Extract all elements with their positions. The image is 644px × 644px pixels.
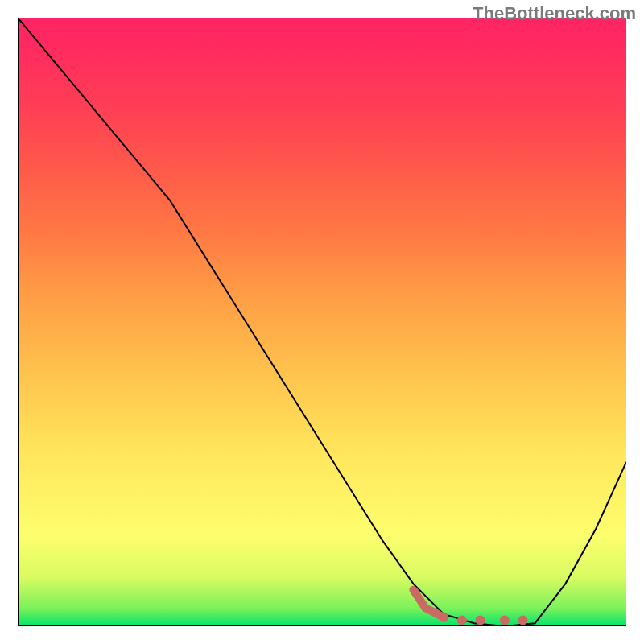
watermark-text: TheBottleneck.com: [473, 3, 636, 24]
curve-path: [18, 18, 626, 626]
svg-point-0: [439, 613, 448, 622]
chart-area: [18, 18, 626, 626]
svg-point-3: [500, 615, 510, 625]
svg-point-4: [518, 615, 528, 625]
svg-point-1: [457, 615, 467, 625]
chart-svg: [18, 18, 626, 626]
svg-point-2: [476, 615, 485, 625]
bottleneck-curve-line: [18, 18, 626, 626]
optimal-marker-dots: [413, 590, 527, 625]
